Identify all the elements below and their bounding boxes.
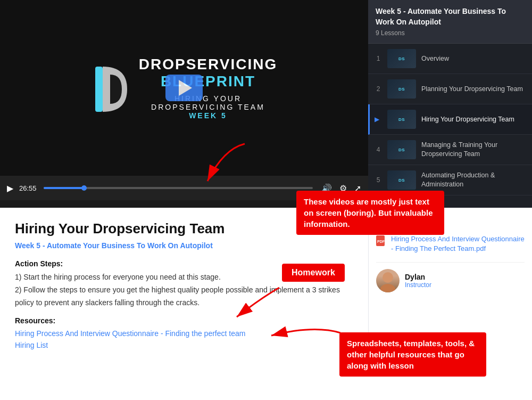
item-number: 4	[375, 146, 382, 153]
video-player: DROPSERVICING BLUEPRINT HIRING YOURDROPS…	[0, 0, 368, 208]
sidebar-thumb: DS	[387, 49, 416, 68]
play-pause-button[interactable]: ▶	[5, 183, 15, 193]
time-display: 26:55	[19, 184, 37, 192]
sidebar-item-title: Automating Production & Administration	[421, 171, 526, 189]
video-thumbnail[interactable]: DROPSERVICING BLUEPRINT HIRING YOURDROPS…	[0, 0, 368, 176]
instructor-avatar	[376, 269, 400, 292]
logo-text: DROPSERVICING BLUEPRINT HIRING YOURDROPS…	[139, 56, 277, 120]
play-button[interactable]	[165, 75, 203, 101]
svg-point-5	[383, 272, 393, 283]
course-sidebar: Week 5 - Automate Your Business To Work …	[368, 0, 532, 208]
sidebar-item-1[interactable]: 1 DS Overview	[368, 44, 532, 74]
pdf-icon: PDF	[376, 235, 387, 246]
sidebar-thumb: DS	[387, 110, 416, 129]
resource-link-2[interactable]: Hiring List	[15, 341, 353, 349]
instructor-info: Dylan Instructor	[405, 273, 431, 289]
sidebar-item-3[interactable]: ▶ DS Hiring Your Dropservicing Team	[368, 104, 532, 135]
playing-indicator: ▶	[375, 116, 382, 123]
instructor-section: Dylan Instructor	[376, 262, 525, 292]
annotation-homework: Homework	[282, 264, 345, 282]
sidebar-thumb: DS	[387, 79, 416, 99]
item-number: 2	[375, 85, 382, 93]
play-triangle-icon	[179, 80, 192, 96]
svg-text:PDF: PDF	[377, 240, 385, 243]
avatar-face	[376, 269, 400, 292]
sidebar-lesson-count: 9 Lessons	[376, 29, 525, 37]
course-breadcrumb[interactable]: Week 5 - Automate Your Business To Work …	[15, 241, 353, 250]
annotation-videos: These videos are mostly just text on scr…	[296, 191, 444, 235]
action-step-1: 1) Start the hiring process for everyone…	[15, 273, 221, 281]
item-number: 5	[375, 176, 382, 184]
resource-link-1[interactable]: Hiring Process And Interview Questionnai…	[15, 329, 353, 338]
logo-blueprint: BLUEPRINT	[139, 73, 277, 90]
action-step-2: 2) Follow the steps to ensure you get th…	[15, 285, 340, 307]
sidebar-header-title: Week 5 - Automate Your Business To Work …	[376, 6, 525, 27]
instructor-role: Instructor	[405, 281, 431, 289]
item-number: 1	[375, 55, 382, 62]
sidebar-header: Week 5 - Automate Your Business To Work …	[368, 0, 532, 44]
sidebar-item-4[interactable]: 4 DS Managing & Training Your Dropservic…	[368, 135, 532, 165]
progress-dot	[81, 185, 87, 191]
sidebar-item-2[interactable]: 2 DS Planning Your Dropservicing Team	[368, 74, 532, 104]
sidebar-item-title: Managing & Training Your Dropservicing T…	[421, 141, 526, 159]
svg-rect-0	[95, 67, 103, 112]
resource-item-pdf[interactable]: PDF Hiring Process And Interview Questio…	[376, 234, 525, 254]
logo-subtitle: HIRING YOURDROPSERVICING TEAM	[139, 94, 277, 111]
sidebar-item-title: Planning Your Dropservicing Team	[421, 85, 526, 94]
sidebar-item-title: Overview	[421, 54, 526, 63]
progress-bar[interactable]	[44, 187, 313, 189]
top-section: DROPSERVICING BLUEPRINT HIRING YOURDROPS…	[0, 0, 532, 208]
sidebar-thumb: DS	[387, 170, 416, 190]
logo-d-icon	[91, 64, 128, 112]
progress-fill	[44, 187, 84, 189]
sidebar-thumb: DS	[387, 140, 416, 159]
logo-week: WEEK 5	[139, 111, 277, 120]
sidebar-item-title: Hiring Your Dropservicing Team	[421, 115, 526, 124]
annotation-spreadsheets: Spreadsheets, templates, tools, & other …	[339, 332, 486, 377]
resource-pdf-title[interactable]: Hiring Process And Interview Questionnai…	[391, 234, 525, 254]
svg-point-6	[380, 284, 395, 292]
instructor-name: Dylan	[405, 273, 431, 281]
resources-label: Resources:	[15, 316, 353, 325]
